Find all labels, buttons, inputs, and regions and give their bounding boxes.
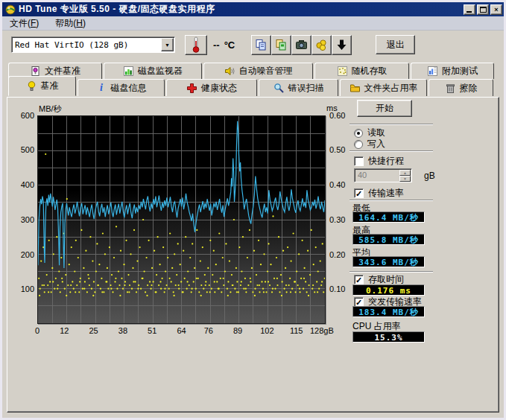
benchmark-controls: 开始 读取 写入 快捷行程 40 ▲ ▼ gB — [347, 98, 500, 412]
window-title: HD Tune 专业版 5.50 - 硬盘/固态硬盘实用程序 — [19, 3, 464, 16]
short-stroke-unit-label: gB — [424, 171, 435, 181]
spinner-down-icon[interactable]: ▼ — [399, 176, 411, 182]
x-tick-25: 25 — [83, 326, 105, 335]
y-tick-100: 100 — [12, 284, 34, 293]
x-tick-12: 12 — [53, 326, 75, 335]
radio-unselected-icon — [354, 140, 363, 149]
hd-tune-window: HD Tune 专业版 5.50 - 硬盘/固态硬盘实用程序 × 文件(F) 帮… — [0, 0, 506, 420]
tab-extra-tests[interactable]: 附加测试 — [411, 63, 494, 79]
tab-aam[interactable]: 自动噪音管理 — [203, 63, 313, 79]
copy-image-button[interactable] — [271, 35, 291, 55]
toolbar-icon-group — [251, 35, 352, 55]
left-axis-title: MB/秒 — [39, 104, 62, 115]
temperature-value: -- — [213, 39, 220, 51]
drive-select[interactable]: Red Hat VirtIO (128 gB) ▼ — [11, 36, 175, 53]
lightbulb-icon — [26, 80, 37, 92]
tab-benchmark[interactable]: 基准 — [8, 76, 76, 96]
max-value: 585.8 MB/秒 — [352, 234, 425, 245]
tab-health[interactable]: 健康状态 — [166, 79, 257, 96]
checkbox-unchecked-icon — [354, 156, 364, 166]
maximize-button[interactable] — [477, 4, 489, 15]
short-stroke-checkbox[interactable]: 快捷行程 — [354, 155, 404, 168]
tab-disk-info[interactable]: i 磁盘信息 — [78, 79, 165, 96]
x-tick-64: 64 — [171, 326, 193, 335]
spinner-buttons[interactable]: ▲ ▼ — [399, 170, 411, 181]
y-tick-200: 200 — [12, 250, 34, 259]
copy-image-icon — [275, 39, 288, 51]
checkbox-checked-icon: ✓ — [354, 188, 364, 198]
x-tick-128: 128gB — [310, 326, 341, 335]
separator — [350, 200, 433, 200]
benchmark-plot-svg — [38, 116, 325, 323]
copy-text-button[interactable] — [251, 35, 271, 55]
temperature-unit: °C — [224, 39, 235, 51]
maximize-icon — [480, 7, 487, 13]
info-icon: i — [96, 83, 107, 94]
benchmark-plot — [37, 115, 326, 324]
x-tick-102: 102 — [256, 326, 278, 335]
short-stroke-size-field[interactable]: 40 ▲ ▼ — [354, 168, 412, 182]
x-tick-38: 38 — [112, 326, 134, 335]
menu-bar: 文件(F) 帮助(H) — [2, 16, 504, 31]
copy-icon — [255, 39, 268, 51]
cpu-usage-value: 15.3% — [352, 331, 425, 343]
tab-row-front: 基准 i 磁盘信息 健康状态 错误扫描 文件夹占用率 擦除 — [2, 79, 504, 96]
menu-help[interactable]: 帮助(H) — [52, 16, 89, 31]
separator — [350, 271, 433, 272]
x-tick-0: 0 — [26, 326, 48, 335]
tab-erase[interactable]: 擦除 — [428, 79, 493, 96]
x-tick-89: 89 — [227, 326, 249, 335]
tab-random-access[interactable]: 随机存取 — [314, 63, 409, 79]
separator — [350, 150, 433, 151]
radio-selected-icon — [354, 129, 363, 138]
x-tick-76: 76 — [197, 326, 220, 335]
tab-zone: 文件基准 磁盘监视器 自动噪音管理 随机存取 附加测试 基准 — [2, 59, 504, 97]
avg-value: 343.6 MB/秒 — [352, 256, 425, 267]
thermometer-icon — [191, 36, 201, 53]
spinner-up-icon[interactable]: ▲ — [399, 170, 411, 176]
tab-error-scan[interactable]: 错误扫描 — [259, 79, 338, 96]
y-tick-600: 600 — [12, 111, 34, 120]
file-benchmark-icon — [30, 66, 41, 77]
disk-monitor-icon — [123, 66, 134, 77]
camera-icon — [295, 39, 308, 51]
menu-file[interactable]: 文件(F) — [7, 16, 42, 31]
title-bar: HD Tune 专业版 5.50 - 硬盘/固态硬盘实用程序 × — [2, 2, 504, 16]
min-value: 164.4 MB/秒 — [352, 211, 425, 223]
screenshot-button[interactable] — [291, 35, 311, 55]
transfer-rate-checkbox[interactable]: ✓ 传输速率 — [354, 187, 404, 200]
folder-icon — [350, 83, 361, 94]
benchmark-panel: MB/秒 ms 600 500 400 300 200 100 0.60 0.5… — [7, 97, 499, 413]
tab-folder-usage[interactable]: 文件夹占用率 — [340, 79, 427, 96]
access-time-value: 0.176 ms — [352, 284, 425, 296]
magnifier-icon — [273, 83, 285, 94]
checkbox-checked-icon: ✓ — [354, 275, 364, 284]
health-cross-icon — [186, 83, 197, 94]
exit-button[interactable]: 退出 — [376, 35, 415, 54]
speaker-icon — [224, 66, 235, 77]
start-button[interactable]: 开始 — [357, 100, 412, 117]
trash-icon — [445, 83, 456, 94]
save-results-button[interactable] — [332, 35, 352, 55]
y-tick-400: 400 — [12, 180, 34, 189]
separator — [350, 124, 433, 124]
random-access-icon — [337, 66, 348, 77]
minimize-icon — [467, 11, 472, 13]
coins-icon — [315, 39, 328, 51]
y-tick-300: 300 — [12, 215, 34, 224]
donate-button[interactable] — [311, 35, 332, 55]
close-icon: × — [494, 6, 498, 13]
tab-disk-monitor[interactable]: 磁盘监视器 — [104, 63, 202, 79]
tab-row-back: 文件基准 磁盘监视器 自动噪音管理 随机存取 附加测试 — [2, 63, 504, 79]
minimize-button[interactable] — [464, 4, 475, 15]
download-arrow-icon — [335, 39, 348, 51]
x-tick-51: 51 — [141, 326, 163, 335]
chevron-down-icon[interactable]: ▼ — [161, 38, 174, 51]
temperature-button[interactable] — [185, 35, 207, 55]
burst-rate-value: 183.4 MB/秒 — [352, 306, 425, 317]
write-radio[interactable]: 写入 — [354, 138, 385, 150]
x-tick-115: 115 — [285, 326, 308, 335]
toolbar: Red Hat VirtIO (128 gB) ▼ -- °C — [2, 31, 504, 59]
close-button[interactable]: × — [490, 4, 502, 15]
drive-select-value: Red Hat VirtIO (128 gB) — [12, 40, 161, 50]
